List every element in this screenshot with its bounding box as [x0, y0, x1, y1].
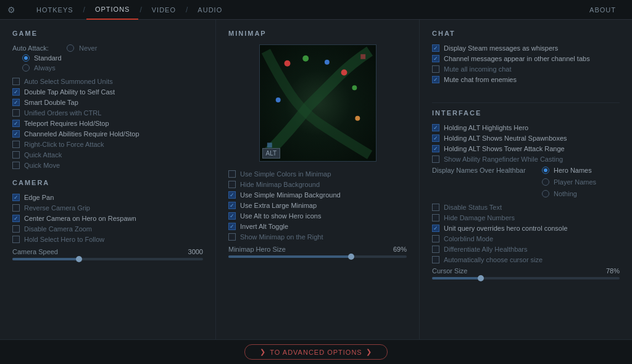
- nav-options[interactable]: OPTIONS: [86, 0, 139, 20]
- hero-names-label: Hero Names: [554, 167, 592, 174]
- checkbox-simple_bg[interactable]: [228, 191, 236, 199]
- nav-hotkeys[interactable]: HOTKEYS: [28, 0, 82, 20]
- label-right_click_force: Right-Click to Force Attack: [24, 141, 104, 148]
- mid-column: MINIMAP ALT Use Simpl: [216, 20, 420, 364]
- nav-about[interactable]: ABOUT: [581, 0, 625, 20]
- checkbox-mute_enemies[interactable]: [432, 76, 439, 83]
- check-row-edge_pan: Edge Pan: [12, 194, 203, 201]
- chat-section: CHAT Display Steam messages as whispersC…: [432, 30, 620, 86]
- gear-icon[interactable]: ⚙: [7, 5, 15, 15]
- checkbox-disable_zoom[interactable]: [12, 225, 20, 233]
- svg-point-2: [324, 60, 329, 65]
- label-center_camera: Center Camera on Hero on Respawn: [24, 215, 136, 222]
- checkbox-show_on_right[interactable]: [228, 233, 236, 241]
- game-section-title: GAME: [12, 30, 203, 37]
- svg-point-5: [275, 97, 280, 102]
- chevron-left-icon: ❯: [260, 348, 266, 356]
- checkbox-edge_pan[interactable]: [12, 194, 20, 201]
- label-teleport_hold: Teleport Requires Hold/Stop: [24, 120, 109, 127]
- checkbox-hide_bg[interactable]: [228, 181, 236, 188]
- check-row-auto_cursor: Automatically choose cursor size: [432, 256, 620, 263]
- minimap-hero-size-label: Minimap Hero Size: [228, 246, 286, 253]
- checkbox-holding_alt_hero[interactable]: [432, 124, 439, 131]
- checkbox-double_tap_ability[interactable]: [12, 88, 20, 96]
- check-row-other_channels: Channel messages appear in other channel…: [432, 55, 620, 62]
- minimap-preview: ALT: [259, 44, 376, 162]
- check-row-quick_move: Quick Move: [12, 162, 203, 169]
- right-column: CHAT Display Steam messages as whispersC…: [420, 20, 632, 364]
- checkbox-colorblind[interactable]: [432, 235, 439, 242]
- checkbox-holding_alt_neutral[interactable]: [432, 134, 439, 142]
- checkbox-quick_move[interactable]: [12, 162, 20, 169]
- checkbox-quick_attack[interactable]: [12, 151, 20, 159]
- game-checkboxes: Auto Select Summoned UnitsDouble Tap Abi…: [12, 78, 203, 169]
- check-row-unit_query: Unit query overrides hero control consol…: [432, 225, 620, 232]
- checkbox-holding_alt_tower[interactable]: [432, 145, 439, 152]
- checkbox-right_click_force[interactable]: [12, 141, 20, 148]
- bottom-bar: ❯ TO ADVANCED OPTIONS ❯: [0, 339, 632, 364]
- check-row-reverse_camera: Reverse Camera Grip: [12, 204, 203, 212]
- display-hero-names-radio[interactable]: [542, 167, 549, 174]
- svg-point-1: [302, 56, 309, 62]
- check-row-mute_enemies: Mute chat from enemies: [432, 76, 620, 83]
- checkbox-hide_damage[interactable]: [432, 214, 439, 221]
- check-row-auto_select_summoned: Auto Select Summoned Units: [12, 78, 203, 85]
- interface-checkboxes2: Disable Status TextHide Damage NumbersUn…: [432, 204, 620, 263]
- checkbox-smart_double_tap[interactable]: [12, 99, 20, 106]
- checkbox-invert_alt[interactable]: [228, 223, 236, 230]
- label-quick_move: Quick Move: [24, 162, 60, 169]
- auto-attack-never-radio[interactable]: [67, 44, 74, 52]
- checkbox-unit_query[interactable]: [432, 225, 439, 232]
- display-player-names-radio[interactable]: [542, 178, 549, 186]
- display-nothing-radio[interactable]: [542, 190, 549, 197]
- label-simple_bg: Use Simple Minimap Background: [240, 191, 341, 199]
- checkbox-unified_orders[interactable]: [12, 109, 20, 117]
- svg-point-3: [341, 70, 347, 76]
- minimap-hero-size-value: 69%: [393, 246, 407, 253]
- check-row-teleport_hold: Teleport Requires Hold/Stop: [12, 120, 203, 127]
- checkbox-show_ability_rangefinder[interactable]: [432, 155, 439, 163]
- auto-attack-standard-radio[interactable]: [22, 54, 30, 62]
- cursor-size-track[interactable]: [432, 277, 620, 279]
- checkbox-simple_colors[interactable]: [228, 170, 236, 178]
- checkbox-center_camera[interactable]: [12, 215, 20, 222]
- display-names-options: Hero Names Player Names Nothing: [542, 167, 596, 200]
- minimap-section-title: MINIMAP: [228, 30, 407, 37]
- camera-speed-label: Camera Speed: [12, 248, 58, 255]
- interface-section-title: INTERFACE: [432, 109, 620, 117]
- check-row-differentiate_ally: Differentiate Ally Healthbars: [432, 246, 620, 253]
- check-row-unified_orders: Unified Orders with CTRL: [12, 109, 203, 117]
- label-disable_zoom: Disable Camera Zoom: [24, 225, 92, 233]
- checkbox-alt_show_icons[interactable]: [228, 212, 236, 220]
- checkbox-hold_select[interactable]: [12, 236, 20, 243]
- checkbox-channeled_hold[interactable]: [12, 130, 20, 138]
- auto-attack-always-label: Always: [34, 64, 56, 72]
- label-mute_enemies: Mute chat from enemies: [444, 76, 517, 83]
- checkbox-steam_whispers[interactable]: [432, 44, 439, 52]
- label-hide_bg: Hide Minimap Background: [240, 181, 320, 188]
- camera-checkboxes: Edge PanReverse Camera GripCenter Camera…: [12, 194, 203, 243]
- advanced-options-button[interactable]: ❯ TO ADVANCED OPTIONS ❯: [244, 344, 387, 360]
- checkbox-reverse_camera[interactable]: [12, 204, 20, 212]
- nav-audio[interactable]: AUDIO: [189, 0, 231, 20]
- auto-attack-always-radio[interactable]: [22, 64, 30, 72]
- label-auto_cursor: Automatically choose cursor size: [444, 256, 543, 263]
- label-holding_alt_neutral: Holding ALT Shows Neutral Spawnboxes: [444, 134, 567, 142]
- advanced-options-label: TO ADVANCED OPTIONS: [270, 349, 362, 356]
- checkbox-teleport_hold[interactable]: [12, 120, 20, 127]
- label-other_channels: Channel messages appear in other channel…: [444, 55, 590, 62]
- checkbox-disable_status[interactable]: [432, 204, 439, 211]
- checkbox-differentiate_ally[interactable]: [432, 246, 439, 253]
- checkbox-extra_large[interactable]: [228, 202, 236, 209]
- checkbox-auto_cursor[interactable]: [432, 256, 439, 263]
- checkbox-other_channels[interactable]: [432, 55, 439, 62]
- check-row-disable_status: Disable Status Text: [432, 204, 620, 211]
- checkbox-auto_select_summoned[interactable]: [12, 78, 20, 85]
- checkbox-mute_incoming[interactable]: [432, 65, 439, 73]
- minimap-hero-size-track[interactable]: [228, 255, 407, 258]
- check-row-smart_double_tap: Smart Double Tap: [12, 99, 203, 106]
- svg-rect-8: [360, 54, 365, 59]
- player-names-label: Player Names: [554, 178, 596, 186]
- nav-video[interactable]: VIDEO: [143, 0, 185, 20]
- camera-speed-track[interactable]: [12, 258, 203, 260]
